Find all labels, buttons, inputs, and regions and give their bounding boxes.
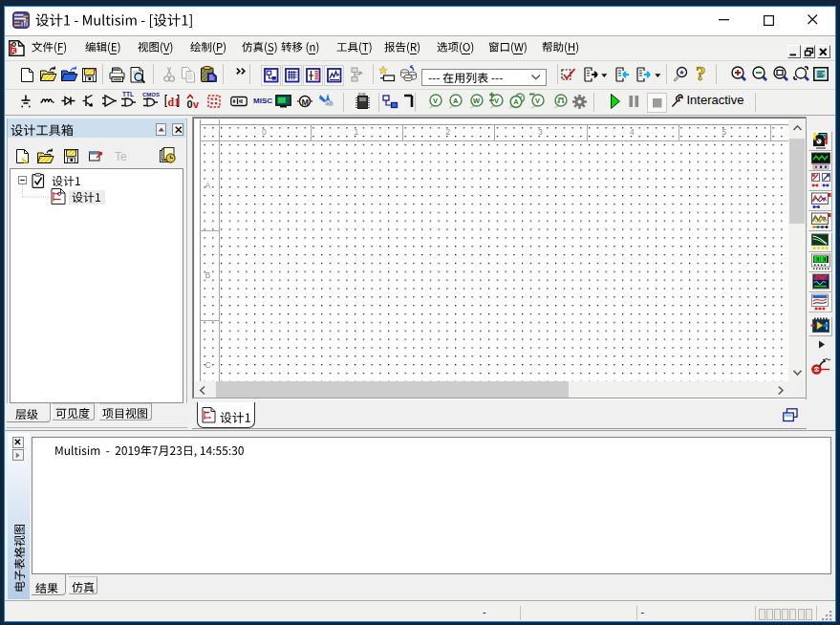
svg-text:V: V [535, 97, 540, 105]
svg-text:M: M [302, 97, 310, 107]
svg-text:ROM: ROM [358, 93, 366, 97]
svg-text:V: V [433, 97, 438, 105]
svg-text:W: W [473, 97, 481, 105]
svg-text:MISC: MISC [253, 97, 272, 105]
svg-text:0: 0 [187, 98, 193, 110]
svg-text:V: V [494, 97, 499, 105]
svg-text:A: A [453, 97, 459, 105]
svg-text:v: v [193, 98, 200, 110]
svg-text:CMOS: CMOS [142, 92, 160, 97]
svg-text:?: ? [696, 62, 706, 85]
svg-text:V: V [518, 95, 523, 101]
svg-text:TTL: TTL [122, 91, 134, 97]
svg-text:Te: Te [115, 150, 127, 163]
svg-text:d1: d1 [168, 96, 181, 109]
svg-text:A: A [513, 97, 519, 106]
